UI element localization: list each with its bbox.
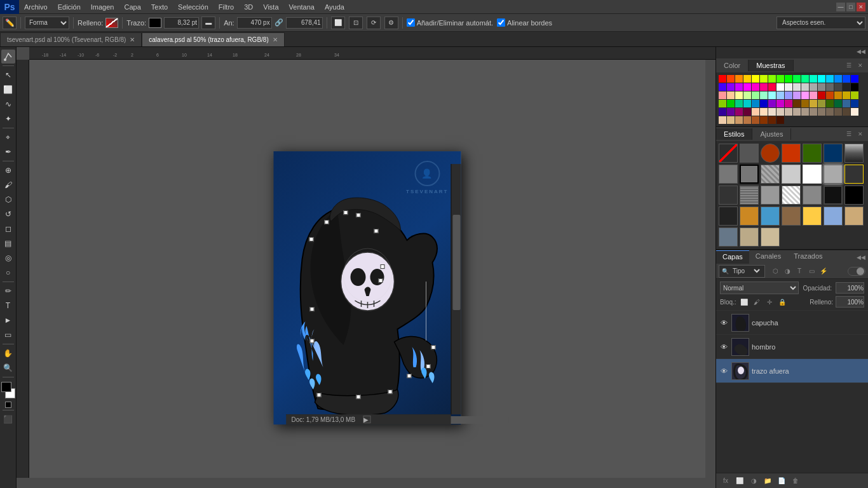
filter-text-icon[interactable]: T [794, 266, 804, 276]
swatch-item[interactable] [719, 100, 726, 107]
styles-panel-menu[interactable]: ☰ [844, 129, 854, 139]
swatch-item[interactable] [719, 92, 726, 99]
tool-text[interactable]: T [1, 299, 15, 313]
menu-archivo[interactable]: Archivo [19, 2, 53, 12]
settings-btn[interactable]: ⚙ [384, 17, 398, 29]
tool-marquee[interactable]: ⬜ [1, 83, 15, 97]
swatch-item[interactable] [793, 92, 801, 99]
swatch-item[interactable] [768, 75, 776, 83]
lock-position-icon[interactable]: ✛ [764, 297, 775, 307]
tool-wand[interactable]: ✦ [1, 112, 15, 126]
quick-mask-icon[interactable] [5, 402, 11, 408]
style-19[interactable] [824, 186, 843, 205]
style-7[interactable] [719, 165, 738, 184]
swatch-item[interactable] [776, 108, 784, 116]
fill-input[interactable] [836, 296, 864, 308]
filter-toggle-switch[interactable] [848, 267, 865, 276]
swatch-item[interactable] [826, 83, 834, 91]
style-18[interactable] [803, 186, 822, 205]
style-17[interactable] [782, 186, 801, 205]
style-25[interactable] [803, 207, 822, 226]
close-button[interactable]: ✕ [857, 3, 865, 11]
minimize-button[interactable]: — [836, 3, 845, 11]
tool-history[interactable]: ↺ [1, 207, 15, 221]
tool-stamp[interactable]: ⬡ [1, 193, 15, 207]
swatch-item[interactable] [785, 75, 792, 83]
style-22[interactable] [740, 207, 759, 226]
swatch-item[interactable] [760, 100, 768, 107]
tool-blur[interactable]: ◎ [1, 251, 15, 265]
swatch-item[interactable] [810, 100, 817, 107]
swatch-item[interactable] [793, 100, 801, 107]
style-11[interactable] [803, 165, 822, 184]
swatch-item[interactable] [768, 108, 776, 116]
style-8[interactable] [740, 165, 759, 184]
blend-mode-select[interactable]: Normal [720, 281, 799, 294]
swatch-item[interactable] [735, 75, 743, 83]
tool-shape[interactable]: ▭ [1, 328, 15, 342]
swatch-item[interactable] [743, 108, 751, 116]
filter-adjust-icon[interactable]: ◑ [782, 266, 792, 276]
tool-icon[interactable]: ✏️ [3, 17, 17, 29]
swatch-item[interactable] [793, 83, 801, 91]
height-input[interactable] [286, 17, 323, 29]
tab-capas[interactable]: Capas [716, 250, 749, 264]
tool-zoom[interactable]: 🔍 [1, 361, 15, 375]
swatch-item[interactable] [818, 83, 825, 91]
layers-search[interactable]: 🔍 Tipo [719, 265, 765, 278]
menu-texto[interactable]: Texto [146, 2, 173, 12]
auto-add-checkbox[interactable] [407, 18, 415, 27]
swatch-item[interactable] [851, 92, 858, 99]
filter-pixel-icon[interactable]: ⬡ [770, 266, 780, 276]
path-point-5[interactable] [374, 229, 379, 233]
swatch-item[interactable] [801, 108, 809, 116]
preset-select[interactable]: Aspectos esen. [776, 17, 865, 29]
swatch-item[interactable] [760, 108, 768, 116]
swatch-item[interactable] [785, 100, 792, 107]
swatch-item[interactable] [743, 83, 751, 91]
swatch-item[interactable] [793, 108, 801, 116]
path-point-4[interactable] [356, 213, 361, 217]
stroke-type-btn[interactable]: ▬ [201, 17, 215, 29]
path-point-6[interactable] [381, 264, 385, 269]
swatch-item[interactable] [743, 92, 751, 99]
swatch-item[interactable] [810, 83, 817, 91]
tab-canales[interactable]: Canales [749, 250, 787, 264]
swatch-item[interactable] [768, 83, 776, 91]
swatch-item[interactable] [727, 116, 735, 124]
canvas-viewport[interactable]: 👤 TSEVENART [29, 60, 705, 478]
layer-trazo-afuera[interactable]: 👁 trazo afuera [716, 359, 868, 383]
style-none[interactable] [719, 144, 738, 163]
style-10[interactable] [782, 165, 801, 184]
swatch-item[interactable] [785, 92, 792, 99]
link-icon[interactable]: 🔗 [275, 18, 283, 27]
style-14[interactable] [719, 186, 738, 205]
swatch-item[interactable] [843, 100, 850, 107]
style-16[interactable] [761, 186, 780, 205]
style-12[interactable] [824, 165, 843, 184]
filter-smart-icon[interactable]: ⚡ [818, 266, 829, 276]
lock-transparent-icon[interactable]: ⬜ [739, 297, 749, 307]
style-15[interactable] [740, 186, 759, 205]
collapse-icon[interactable]: ◀◀ [857, 48, 865, 57]
tool-eraser[interactable]: ◻ [1, 222, 15, 236]
style-4[interactable] [803, 144, 822, 163]
style-23[interactable] [761, 207, 780, 226]
style-27[interactable] [844, 207, 864, 226]
tool-dodge[interactable]: ○ [1, 266, 15, 280]
swatch-item[interactable] [776, 83, 784, 91]
style-5[interactable] [824, 144, 843, 163]
swatch-item[interactable] [810, 75, 817, 83]
shape-select[interactable]: Forma [25, 17, 69, 29]
swatch-item[interactable] [752, 83, 759, 91]
swatch-item[interactable] [776, 100, 784, 107]
canvas-area[interactable]: -18 -14 -10 -6 -2 2 6 10 14 18 24 28 34 … [17, 47, 715, 488]
swatch-item[interactable] [768, 116, 776, 124]
arrange-btn[interactable]: ⟳ [367, 17, 381, 29]
swatch-item[interactable] [834, 108, 842, 116]
tool-gradient[interactable]: ▤ [1, 236, 15, 250]
swatch-item[interactable] [801, 92, 809, 99]
layers-type-select[interactable]: Tipo [730, 267, 762, 275]
tool-path-select[interactable]: ► [1, 313, 15, 327]
path-ops-btn[interactable]: ⬜ [331, 17, 345, 29]
